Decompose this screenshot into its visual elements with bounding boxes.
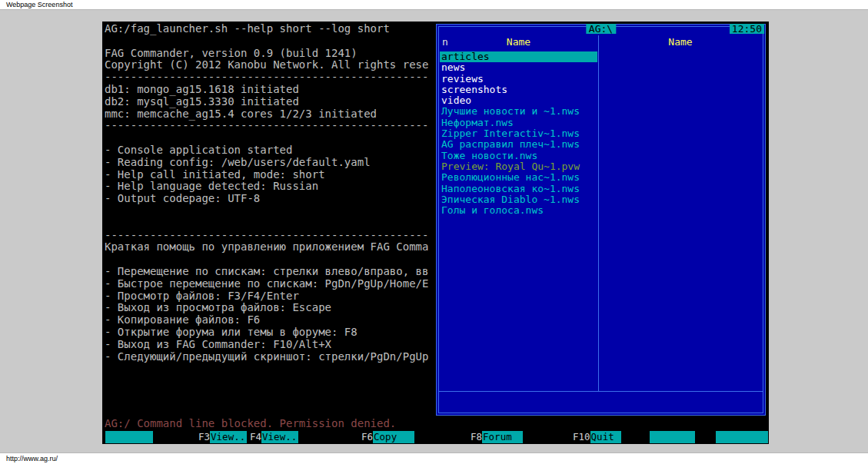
browser-title-bar: Webpage Screenshot [0,0,868,10]
fn-key-number: F10 [573,431,590,443]
fn-key-label [105,431,153,443]
file-item[interactable]: articles [440,51,597,62]
file-item[interactable]: reviews [440,74,597,85]
file-item[interactable]: Zipper Interactiv~1.nws [440,128,597,139]
file-item[interactable]: AG расправил плеч~1.nws [440,139,597,150]
browser-url-bar: http://www.ag.ru/ [0,452,868,464]
panel-status-separator [439,391,763,392]
column-header-right: Name [600,37,761,47]
file-item[interactable]: Preview: Royal Qu~1.pvw [440,161,597,172]
fn-key-label: View... [210,431,247,443]
file-item[interactable]: screenshots [440,85,597,95]
file-list: articlesnewsreviewsscreenshotsvideoЛучши… [440,51,597,216]
fn-key-label: Forum [482,431,523,443]
fn-key-number: F3 [198,431,210,443]
file-item[interactable]: Революционные нас~1.nws [440,172,597,183]
file-item[interactable]: video [440,95,597,106]
fn-f6-button[interactable]: F6Copy [361,431,414,443]
fn-f4-button[interactable]: F4View... [250,431,298,443]
file-item[interactable]: Голы и голоса.nws [440,205,597,216]
fn-key-label [716,431,768,443]
fn-key-label: Copy [373,431,414,443]
terminal-window: AG:/fag_launcher.sh --help short --log s… [102,22,769,444]
console-output: AG:/fag_launcher.sh --help short --log s… [105,23,428,363]
fn-f8-button[interactable]: F8Forum [471,431,523,443]
fn-key-label: View... [261,431,298,443]
file-item[interactable]: news [440,62,597,73]
file-item[interactable]: Тоже новости.nws [440,151,597,161]
file-item[interactable]: Неформат.nws [440,118,597,128]
fn-f10-button[interactable]: F10Quit [573,431,621,443]
fn-blank-button[interactable] [650,431,695,443]
fn-key-label: Quit [590,431,621,443]
fn-f3-button[interactable]: F3View... [198,431,247,443]
column-header-left: Name [440,37,597,47]
clock: 12:50 [730,24,764,34]
page-url: http://www.ag.ru/ [6,455,58,462]
file-item[interactable]: Эпическая Diablo ~1.nws [440,194,597,205]
fn-key-number: F8 [471,431,482,443]
fn-key-number: F4 [250,431,261,443]
browser-title: Webpage Screenshot [6,1,72,8]
file-item[interactable]: Лучшие новости и ~1.nws [440,106,597,117]
file-panel: AG:\ 12:50 n Name Name articlesnewsrevie… [436,24,766,416]
file-item[interactable]: Наполеоновская ко~1.nws [440,184,597,194]
fn-key-number: F6 [361,431,373,443]
panel-path-tab[interactable]: AG:\ [586,24,616,34]
desktop-background: AG:/fag_launcher.sh --help short --log s… [0,11,868,452]
command-line: AG:/ Command line blocked. Permission de… [105,417,396,429]
panel-column-divider [598,35,599,391]
fn-blank-button[interactable] [716,431,768,443]
fn-blank-button[interactable] [105,431,153,443]
fn-key-label [650,431,695,443]
function-key-bar: F3View...F4View...F6CopyF8ForumF10Quit [102,429,769,444]
